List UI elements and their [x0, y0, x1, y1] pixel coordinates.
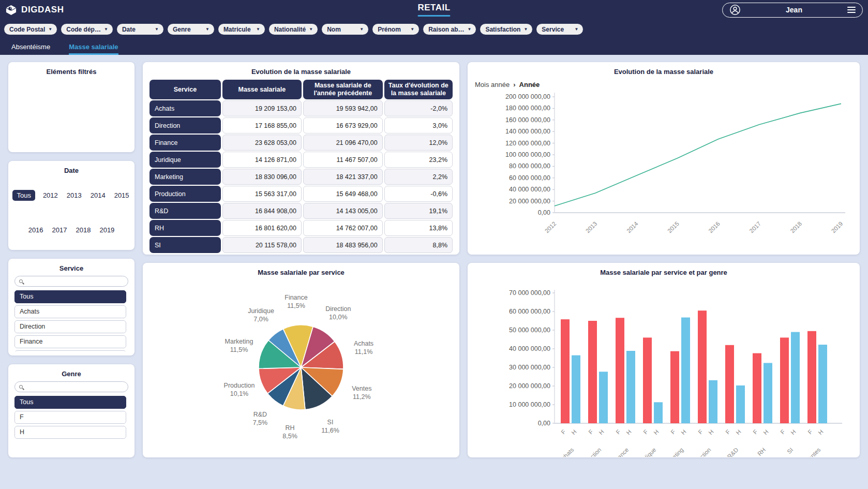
- pie-label-rh: RH8,5%: [282, 424, 297, 440]
- bar-marketing-h[interactable]: [681, 318, 690, 424]
- filter-satisfaction[interactable]: Satisfaction▼: [480, 24, 532, 35]
- masse-cell: 15 563 317,00: [222, 186, 302, 202]
- search-icon: [19, 385, 23, 389]
- bar-finance-h[interactable]: [626, 351, 635, 423]
- genre-search-box[interactable]: [14, 381, 128, 392]
- pie-label-si: SI11,6%: [321, 419, 339, 434]
- filter-label: Code Postal: [9, 26, 45, 33]
- filter-nom[interactable]: Nom▼: [322, 24, 368, 35]
- genre-item-tous[interactable]: Tous: [14, 396, 126, 409]
- bar-chart-card: Masse salariale par service et par genre…: [468, 263, 860, 457]
- taux-cell: 2,2%: [384, 169, 453, 185]
- service-cell-production[interactable]: Production: [149, 186, 221, 202]
- year-2014[interactable]: 2014: [89, 190, 107, 201]
- bar-direction-f[interactable]: [588, 321, 597, 423]
- filter-prenom[interactable]: Prénom▼: [372, 24, 419, 35]
- table-title: Evolution de la masse salariale: [143, 62, 459, 78]
- page-title: RETAIL: [417, 3, 450, 17]
- masse-prev-cell: 16 673 929,00: [303, 117, 383, 134]
- bar-si-f[interactable]: [780, 337, 789, 423]
- service-cell-r-d[interactable]: R&D: [149, 203, 221, 219]
- line-chart-svg[interactable]: 200 000 000,00180 000 000,00160 000 000,…: [468, 88, 850, 239]
- bar-achats-h[interactable]: [572, 355, 580, 423]
- filter-genre[interactable]: Genre▼: [168, 24, 214, 35]
- filter-label: Code dép…: [66, 26, 101, 33]
- service-item-achats[interactable]: Achats: [14, 305, 126, 318]
- salary-table: ServiceMasse salarialeMasse salariale de…: [148, 79, 454, 254]
- bar-ventes-f[interactable]: [807, 331, 816, 423]
- genre-search-input[interactable]: [25, 383, 124, 391]
- service-search-input[interactable]: [25, 278, 124, 285]
- year-2015[interactable]: 2015: [113, 190, 130, 201]
- service-cell-rh[interactable]: RH: [149, 220, 221, 236]
- bar-r-d-h[interactable]: [736, 386, 745, 423]
- tab-absenteisme[interactable]: Absentéisme: [11, 43, 50, 55]
- table-row-production: Production15 563 317,0015 649 468,00-0,6…: [149, 186, 453, 202]
- chevron-down-icon: ▼: [574, 27, 578, 32]
- menu-icon[interactable]: [847, 7, 856, 13]
- svg-text:0,00: 0,00: [538, 420, 550, 427]
- column-header-taux-d-evolution-de-la-masse-salariale: Taux d'évolution de la masse salariale: [384, 80, 453, 99]
- svg-text:Juridique: Juridique: [636, 447, 657, 457]
- user-name: Jean: [786, 6, 802, 14]
- year-2013[interactable]: 2013: [66, 190, 83, 201]
- year-2019[interactable]: 2019: [98, 225, 115, 235]
- service-item-finance[interactable]: Finance: [14, 335, 126, 348]
- bar-direction-h[interactable]: [599, 372, 608, 423]
- year-2012[interactable]: 2012: [42, 190, 59, 201]
- svg-text:80 000 000,00: 80 000 000,00: [509, 162, 550, 170]
- year-2016[interactable]: 2016: [27, 225, 44, 235]
- tab-masse-salariale[interactable]: Masse salariale: [69, 43, 118, 55]
- filter-date[interactable]: Date▼: [117, 24, 163, 35]
- table-row-juridique: Juridique14 126 871,0011 467 507,0023,2%: [149, 152, 453, 168]
- bar-ventes-h[interactable]: [818, 345, 827, 423]
- svg-text:H: H: [735, 428, 742, 436]
- brand: DIGDASH: [5, 4, 64, 16]
- filter-raison-ab[interactable]: Raison ab…▼: [423, 24, 476, 35]
- pie-chart-svg[interactable]: Finance11,5%Direction10,0%Achats11,1%Ven…: [143, 278, 459, 449]
- service-cell-si[interactable]: SI: [149, 237, 221, 253]
- filter-nationalite[interactable]: Nationalité▼: [269, 24, 318, 35]
- service-cell-finance[interactable]: Finance: [149, 135, 221, 151]
- brand-name: DIGDASH: [21, 5, 64, 15]
- service-cell-juridique[interactable]: Juridique: [149, 152, 221, 168]
- filter-service[interactable]: Service▼: [536, 24, 583, 35]
- bar-juridique-h[interactable]: [654, 402, 663, 423]
- table-row-rh: RH16 801 620,0014 762 007,0013,8%: [149, 220, 453, 236]
- filter-label: Service: [542, 26, 564, 33]
- service-item-juridique[interactable]: Juridique: [14, 350, 126, 351]
- year-tous[interactable]: Tous: [12, 190, 35, 201]
- filter-label: Prénom: [378, 26, 401, 33]
- bar-marketing-f[interactable]: [670, 351, 679, 423]
- bar-rh-h[interactable]: [764, 363, 772, 423]
- bar-production-f[interactable]: [698, 310, 707, 423]
- filter-matricule[interactable]: Matricule▼: [218, 24, 265, 35]
- service-cell-achats[interactable]: Achats: [149, 100, 221, 116]
- service-item-direction[interactable]: Direction: [14, 320, 126, 333]
- breadcrumb-mois-annee[interactable]: Mois année: [475, 81, 510, 88]
- bar-juridique-f[interactable]: [643, 337, 652, 423]
- genre-item-f[interactable]: F: [14, 411, 126, 424]
- user-pill[interactable]: Jean: [722, 3, 863, 18]
- search-icon: [19, 279, 23, 283]
- bar-chart-svg[interactable]: 70 000 000,0060 000 000,0050 000 000,004…: [468, 278, 850, 457]
- service-item-tous[interactable]: Tous: [14, 290, 126, 303]
- bar-rh-f[interactable]: [753, 353, 761, 423]
- bar-r-d-f[interactable]: [725, 345, 734, 423]
- bar-si-h[interactable]: [791, 332, 800, 423]
- bar-finance-f[interactable]: [616, 318, 624, 423]
- bar-production-h[interactable]: [709, 380, 717, 423]
- genre-item-h[interactable]: H: [14, 426, 126, 439]
- svg-text:40 000 000,00: 40 000 000,00: [509, 186, 550, 193]
- year-2017[interactable]: 2017: [51, 225, 68, 235]
- filter-code-dep[interactable]: Code dép…▼: [61, 24, 113, 35]
- chevron-down-icon: ▼: [410, 27, 414, 32]
- filter-code-postal[interactable]: Code Postal▼: [4, 24, 57, 35]
- year-2018[interactable]: 2018: [75, 225, 92, 235]
- service-search-box[interactable]: [14, 276, 128, 287]
- svg-text:F: F: [752, 428, 758, 435]
- service-cell-marketing[interactable]: Marketing: [149, 169, 221, 185]
- chevron-down-icon: ▼: [256, 27, 260, 32]
- bar-achats-f[interactable]: [561, 319, 570, 423]
- service-cell-direction[interactable]: Direction: [149, 117, 221, 134]
